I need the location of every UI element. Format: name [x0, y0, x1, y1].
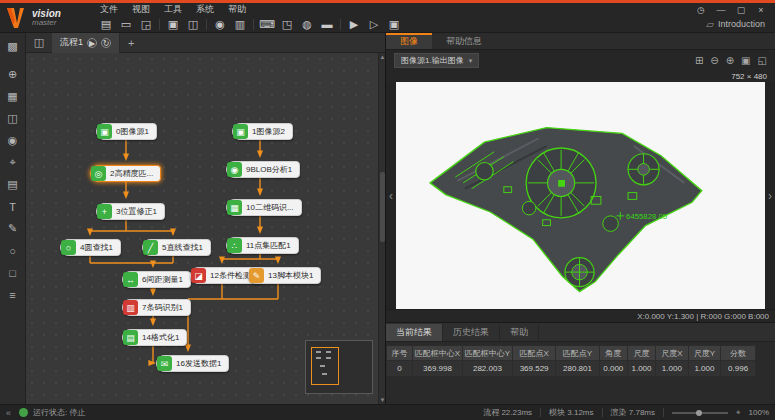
- results-column-header[interactable]: 尺度Y: [688, 346, 721, 361]
- data-queue-icon[interactable]: ▥: [230, 17, 250, 32]
- user-icon[interactable]: ◉: [3, 131, 23, 150]
- measure-icon[interactable]: ⌖: [3, 153, 23, 172]
- camera-icon[interactable]: ◉: [210, 17, 230, 32]
- flow-node-n4[interactable]: ○4圆查找1: [60, 239, 121, 256]
- run-continuous-icon[interactable]: ▷: [364, 17, 384, 32]
- menu-item[interactable]: 帮助: [228, 3, 246, 16]
- rect-tool-icon[interactable]: □: [3, 263, 23, 282]
- open-folder-icon[interactable]: ▭: [116, 17, 136, 32]
- scroll-thumb[interactable]: [380, 172, 385, 242]
- actual-size-icon[interactable]: ▣: [741, 55, 750, 66]
- results-column-header[interactable]: 匹配框中心X: [413, 346, 463, 361]
- tag-icon[interactable]: ◳: [277, 17, 297, 32]
- flow-node-n11[interactable]: ∴11点集匹配1: [226, 237, 299, 254]
- results-column-header[interactable]: 匹配点Y: [556, 346, 599, 361]
- results-column-header[interactable]: 角度: [599, 346, 627, 361]
- module-icon: ✉: [157, 356, 172, 371]
- module-icon: ▤: [123, 330, 138, 345]
- stop-icon[interactable]: ▣: [384, 17, 404, 32]
- keyboard-icon[interactable]: ⌨: [257, 17, 277, 32]
- grid-icon[interactable]: ▦: [3, 87, 23, 106]
- zoom-slider-knob[interactable]: [696, 410, 702, 416]
- flow-node-n14[interactable]: ▤14格式化1: [122, 329, 187, 346]
- window-layout-icon[interactable]: ◫: [183, 17, 203, 32]
- flow-node-n3[interactable]: +3位置修正1: [96, 203, 165, 220]
- status-bar: « 运行状态: 停止 流程 22.23ms模块 3.12ms渲染 7.78ms …: [0, 404, 775, 420]
- image-viewport[interactable]: 6455828 05: [396, 82, 765, 309]
- add-module-icon[interactable]: ⊕: [3, 65, 23, 84]
- export-image-icon[interactable]: ◲: [136, 17, 156, 32]
- metric-流程: 流程 22.23ms: [483, 407, 532, 418]
- magnifier-icon[interactable]: ⌖: [736, 408, 741, 418]
- flow-node-n1[interactable]: ▣1图像源2: [232, 123, 293, 140]
- flow-scrollbar[interactable]: ▲ ▼: [378, 53, 385, 404]
- menu-item[interactable]: 视图: [132, 3, 150, 16]
- results-tab[interactable]: 当前结果: [386, 324, 443, 341]
- flow-node-n6[interactable]: ↔6间距测量1: [122, 271, 191, 288]
- theme-icon[interactable]: ◷: [693, 4, 709, 16]
- text-tool-icon[interactable]: T: [3, 197, 23, 216]
- zoom-out-icon[interactable]: ⊖: [710, 55, 718, 66]
- results-row[interactable]: 0369.998282.003369.529280.8010.0001.0001…: [387, 361, 756, 377]
- results-column-header[interactable]: 尺度: [627, 346, 655, 361]
- image-source-dropdown[interactable]: 图像源1.输出图像 ▾: [394, 53, 479, 68]
- zoom-in-icon[interactable]: ⊕: [726, 55, 734, 66]
- next-image-arrow[interactable]: ›: [765, 82, 775, 309]
- fit-window-icon[interactable]: ⊞: [695, 55, 703, 66]
- add-flow-button[interactable]: +: [120, 37, 142, 49]
- log-icon[interactable]: ▬: [317, 17, 337, 32]
- menu-item[interactable]: 文件: [100, 3, 118, 16]
- prev-image-arrow[interactable]: ‹: [386, 82, 396, 309]
- results-cell: 1.000: [688, 361, 721, 377]
- flow-node-n0[interactable]: ▣0图像源1: [96, 123, 157, 140]
- scroll-up-icon[interactable]: ▲: [379, 54, 385, 60]
- communication-icon[interactable]: ◍: [297, 17, 317, 32]
- minimize-icon[interactable]: —: [713, 4, 729, 16]
- results-tab[interactable]: 帮助: [500, 324, 539, 341]
- tab-help[interactable]: 帮助信息: [432, 33, 496, 49]
- menu-item[interactable]: 系统: [196, 3, 214, 16]
- flow-node-n9[interactable]: ◉9BLOB分析1: [226, 161, 300, 178]
- flow-node-n2[interactable]: ◎2高精度匹...: [90, 165, 161, 182]
- flow-hierarchy-icon[interactable]: ◫: [26, 36, 52, 49]
- run-once-icon[interactable]: ▶: [344, 17, 364, 32]
- maximize-icon[interactable]: ▢: [733, 4, 749, 16]
- tab-image[interactable]: 图像: [386, 33, 432, 49]
- flow-loop-icon[interactable]: ↻: [101, 38, 111, 48]
- results-column-header[interactable]: 尺度X: [656, 346, 689, 361]
- toolbox-icon[interactable]: ▩: [3, 37, 23, 56]
- flow-node-n7[interactable]: ▥7条码识别1: [122, 299, 191, 316]
- flow-node-n13[interactable]: ✎13脚本模块1: [248, 267, 321, 284]
- circle-tool-icon[interactable]: ○: [3, 241, 23, 260]
- app-window: vision master 文件视图工具系统帮助 ◷—▢× ▤▭◲▣◫◉▥⌨◳◍…: [0, 0, 775, 420]
- image-view-toolbar: ⊞⊖⊕▣◱: [695, 55, 767, 66]
- flow-tab[interactable]: 流程1 ▶ ↻: [52, 33, 120, 53]
- flow-node-n10[interactable]: ▦10二维码识...: [226, 199, 302, 216]
- flow-run-icon[interactable]: ▶: [87, 38, 97, 48]
- screen-icon[interactable]: ◫: [3, 109, 23, 128]
- module-icon: ▥: [123, 300, 138, 315]
- results-column-header[interactable]: 匹配点X: [512, 346, 555, 361]
- collapse-icon[interactable]: «: [6, 408, 11, 418]
- results-column-header[interactable]: 匹配框中心Y: [462, 346, 512, 361]
- introduction-button[interactable]: ▱ Introduction: [706, 19, 775, 30]
- list-icon[interactable]: ≡: [3, 285, 23, 304]
- flow-node-n16[interactable]: ✉16发送数据1: [156, 355, 229, 372]
- pen-tool-icon[interactable]: ✎: [3, 219, 23, 238]
- image-view-icon[interactable]: ▣: [163, 17, 183, 32]
- results-tab[interactable]: 历史结果: [443, 324, 500, 341]
- save-icon[interactable]: ▤: [96, 17, 116, 32]
- close-icon[interactable]: ×: [753, 4, 769, 16]
- flow-node-n5[interactable]: ╱5直线查找1: [142, 239, 211, 256]
- menu-item[interactable]: 工具: [164, 3, 182, 16]
- results-column-header[interactable]: 序号: [387, 346, 413, 361]
- flow-node-label: 5直线查找1: [162, 242, 203, 253]
- scroll-down-icon[interactable]: ▼: [379, 397, 385, 403]
- brand-line2: master: [32, 18, 61, 27]
- minimap[interactable]: [305, 340, 373, 394]
- fullscreen-icon[interactable]: ◱: [758, 55, 767, 66]
- zoom-slider[interactable]: [672, 412, 728, 414]
- results-column-header[interactable]: 分数: [721, 346, 756, 361]
- flow-canvas[interactable]: ▣0图像源1◎2高精度匹...+3位置修正1○4圆查找1╱5直线查找1↔6间距测…: [26, 53, 385, 404]
- ruler-icon[interactable]: ▤: [3, 175, 23, 194]
